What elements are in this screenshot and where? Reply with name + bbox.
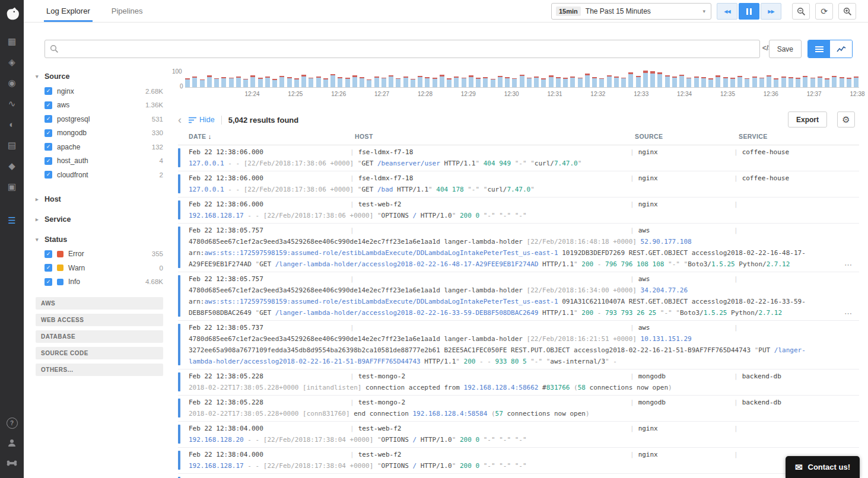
- facet-group-web-access[interactable]: WEB ACCESS: [36, 314, 163, 326]
- datadog-logo[interactable]: [0, 0, 24, 27]
- facet-section-host[interactable]: ▸ Host: [36, 192, 163, 207]
- column-header-service[interactable]: SERVICE: [739, 133, 768, 140]
- collapse-panel-icon[interactable]: ‹: [178, 114, 182, 126]
- checkbox-checked-icon[interactable]: ✓: [44, 157, 52, 165]
- facet-item-postgresql[interactable]: ✓postgresql531: [36, 112, 163, 126]
- logs-icon[interactable]: ☰: [0, 210, 24, 231]
- list-view-button[interactable]: [808, 40, 830, 58]
- log-row[interactable]: Feb 22 12:38:06.000|test-web-f2|nginx|19…: [178, 197, 859, 224]
- fast-forward-button[interactable]: ▶▶: [761, 3, 781, 20]
- facet-item-nginx[interactable]: ✓nginx2.68K: [36, 84, 163, 98]
- checkbox-checked-icon[interactable]: ✓: [44, 115, 52, 123]
- column-header-source[interactable]: SOURCE: [635, 133, 663, 140]
- facet-group-aws[interactable]: AWS: [36, 297, 163, 310]
- contact-us-button[interactable]: ✉ Contact us!: [786, 456, 860, 478]
- pause-button[interactable]: [739, 3, 759, 20]
- log-row[interactable]: Feb 22 12:38:05.737||aws|4780d685ee67c1e…: [178, 321, 859, 369]
- export-button[interactable]: Export: [788, 111, 827, 128]
- facet-item-cloudfront[interactable]: ✓cloudfront2: [36, 168, 163, 182]
- info-segment: [447, 79, 452, 87]
- dashboards-icon[interactable]: ▦: [0, 31, 24, 52]
- metrics-icon[interactable]: ∿: [0, 93, 24, 114]
- histogram-plot[interactable]: [185, 69, 859, 88]
- facet-item-error[interactable]: ✓Error355: [36, 247, 163, 262]
- checkbox-checked-icon[interactable]: ✓: [44, 171, 52, 179]
- log-row[interactable]: Feb 22 12:38:05.757||aws|4780d685ee67c1e…: [178, 224, 859, 272]
- column-separator: |: [630, 200, 634, 208]
- facet-item-aws[interactable]: ✓aws1.36K: [36, 98, 163, 113]
- log-row[interactable]: Feb 22 12:38:02.000|test-web-f2|nginx|19…: [178, 474, 859, 478]
- facet-group-database[interactable]: DATABASE: [36, 330, 163, 343]
- log-row[interactable]: Feb 22 12:38:05.228|test-mongo-2|mongodb…: [178, 396, 859, 422]
- settings-button[interactable]: ⚙: [837, 111, 855, 128]
- facet-group-others-[interactable]: OTHERS...: [36, 364, 163, 376]
- containers-icon[interactable]: ▣: [0, 176, 24, 197]
- tab-pipelines[interactable]: Pipelines: [101, 0, 154, 22]
- user-account-button[interactable]: [0, 433, 24, 453]
- zoom-in-button[interactable]: [838, 3, 856, 20]
- refresh-button[interactable]: ⟳: [815, 3, 833, 20]
- info-segment: [541, 79, 546, 87]
- checkbox-checked-icon[interactable]: ✓: [44, 101, 52, 109]
- facet-section-source[interactable]: ▾ Source: [36, 69, 163, 84]
- column-separator: |: [350, 324, 354, 332]
- checkbox-checked-icon[interactable]: ✓: [44, 264, 52, 272]
- search-bar: [44, 40, 760, 58]
- info-segment: [737, 77, 742, 87]
- facet-item-mongodb[interactable]: ✓mongodb330: [36, 126, 163, 141]
- checkbox-checked-icon[interactable]: ✓: [44, 250, 52, 258]
- log-row[interactable]: Feb 22 12:38:04.000|test-web-f2|nginx|19…: [178, 448, 859, 474]
- facet-count: 4.68K: [145, 278, 163, 285]
- monitors-icon[interactable]: ◉: [0, 72, 24, 93]
- log-row-body: Feb 22 12:38:05.757||aws|4780d685ee67c1e…: [189, 225, 859, 270]
- log-row[interactable]: Feb 22 12:38:06.000|fse-ldmx-f7-18|nginx…: [178, 171, 859, 197]
- checkbox-checked-icon[interactable]: ✓: [44, 278, 52, 286]
- save-button[interactable]: Save: [769, 40, 802, 58]
- apm-icon[interactable]: ▤: [0, 135, 24, 155]
- facet-item-host_auth[interactable]: ✓host_auth4: [36, 154, 163, 168]
- facet-item-info[interactable]: ✓Info4.68K: [36, 275, 163, 289]
- facet-label: aws: [57, 101, 69, 109]
- log-row[interactable]: Feb 22 12:38:06.000|fse-ldmx-f7-18|nginx…: [178, 145, 859, 171]
- facet-item-warn[interactable]: ✓Warn0: [36, 261, 163, 275]
- log-row[interactable]: Feb 22 12:38:04.000|test-web-f2|nginx|19…: [178, 422, 859, 448]
- checkbox-checked-icon[interactable]: ✓: [44, 143, 52, 151]
- column-header-host[interactable]: HOST: [355, 133, 373, 140]
- histogram-bar: [825, 78, 829, 87]
- histogram-bar: [767, 75, 771, 87]
- notebooks-icon[interactable]: ◆: [0, 155, 24, 176]
- tab-log-explorer[interactable]: Log Explorer: [36, 0, 101, 22]
- checkbox-checked-icon[interactable]: ✓: [44, 129, 52, 137]
- column-header-date[interactable]: DATE ↓: [189, 133, 212, 140]
- facet-item-apache[interactable]: ✓apache132: [36, 140, 163, 154]
- facet-section-service[interactable]: ▸ Service: [36, 212, 163, 227]
- rewind-button[interactable]: ◀◀: [717, 3, 737, 20]
- histogram-bar: [258, 78, 263, 87]
- log-level-bar: [178, 200, 180, 219]
- infrastructure-icon[interactable]: ◈: [0, 52, 24, 72]
- histogram-bar: [512, 78, 517, 87]
- log-message: DEB8F508DBAC2649 "GET /langer-lambda-hol…: [189, 307, 859, 318]
- log-row[interactable]: Feb 22 12:38:05.228|test-mongo-2|mongodb…: [178, 369, 859, 396]
- x-axis-label: 12:33: [634, 91, 648, 97]
- log-host: |test-web-f2: [350, 199, 630, 210]
- facet-section-status[interactable]: ▾ Status: [36, 232, 163, 247]
- info-segment: [599, 79, 604, 87]
- hide-facets-button[interactable]: Hide: [189, 116, 215, 124]
- histogram-bar: [854, 77, 859, 87]
- checkbox-checked-icon[interactable]: ✓: [44, 87, 52, 95]
- info-segment: [781, 78, 786, 87]
- search-input[interactable]: [44, 40, 760, 58]
- column-separator: |: [734, 324, 738, 332]
- histogram-bar: [192, 77, 197, 87]
- log-row[interactable]: Feb 22 12:38:05.757||aws|4780d685ee67c1e…: [178, 272, 859, 321]
- graph-view-button[interactable]: [830, 40, 852, 58]
- integrations-icon[interactable]: ◐: [0, 114, 24, 135]
- zoom-out-button[interactable]: [792, 3, 810, 20]
- zoom-out-icon: [797, 7, 806, 16]
- help-button[interactable]: ?: [0, 413, 24, 433]
- log-source: |nginx: [630, 449, 734, 460]
- feedback-button[interactable]: [0, 453, 24, 473]
- facet-group-source-code[interactable]: SOURCE CODE: [36, 347, 163, 359]
- time-range-selector[interactable]: 15min The Past 15 Minutes ▾: [551, 3, 711, 20]
